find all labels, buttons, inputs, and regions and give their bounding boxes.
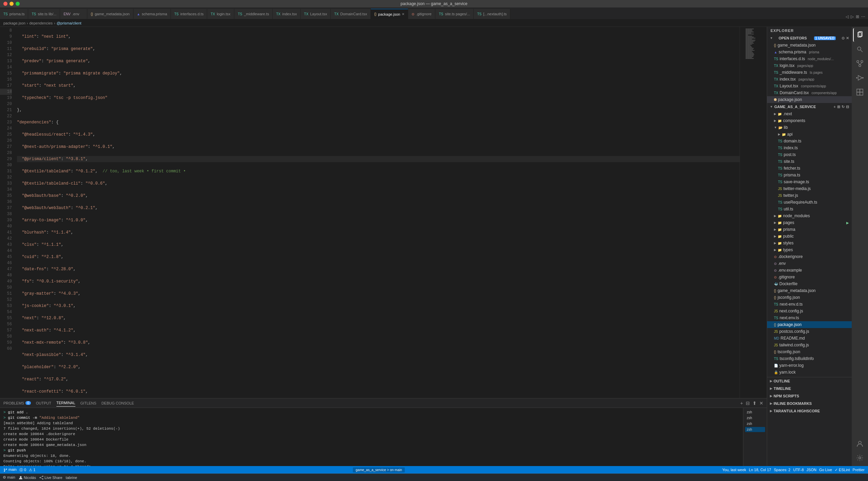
more-actions[interactable]: ⋯ bbox=[861, 14, 865, 19]
file-yarn-lock[interactable]: 🔒 yarn.lock bbox=[767, 369, 852, 376]
file-env-example[interactable]: ⊙ .env.example bbox=[767, 267, 852, 274]
refresh-icon[interactable]: ↻ bbox=[842, 105, 845, 109]
file-fetcher-ts[interactable]: TS fetcher.ts bbox=[767, 165, 852, 172]
breadcrumb-part-1[interactable]: package.json bbox=[3, 21, 25, 25]
code-text[interactable]: "lint": "next lint", "prebuild": "prisma… bbox=[15, 27, 740, 398]
close-button[interactable] bbox=[3, 2, 7, 6]
live-share-label[interactable]: Live Share bbox=[39, 476, 62, 480]
save-all-icon[interactable]: ⊙ bbox=[842, 36, 845, 40]
folder-prisma[interactable]: ▶ 📁 prisma bbox=[767, 226, 852, 233]
add-terminal-icon[interactable]: + bbox=[740, 400, 743, 406]
activity-extensions[interactable] bbox=[853, 85, 867, 99]
breadcrumb-part-2[interactable]: dependencies bbox=[30, 21, 53, 25]
editor-nav-forward[interactable]: ▷ bbox=[851, 14, 854, 19]
terminal-status[interactable]: game_as_a_service > on main bbox=[353, 467, 404, 473]
eslint-status[interactable]: ✓ ESLint bbox=[835, 468, 850, 472]
file-prisma-ts[interactable]: TS prisma.ts bbox=[767, 172, 852, 178]
file-jsconfig-json[interactable]: {} jsconfig.json bbox=[767, 294, 852, 301]
branch-label[interactable]: ⚙ main bbox=[3, 475, 15, 480]
folder-styles[interactable]: ▶ 📁 styles bbox=[767, 240, 852, 246]
file-index-ts[interactable]: TS index.ts bbox=[767, 144, 852, 151]
activity-explorer[interactable] bbox=[853, 28, 867, 42]
tarantula-highscore-header[interactable]: ▶ TARANTULA HIGHSCORE bbox=[767, 407, 852, 415]
file-env[interactable]: ⊙ .env bbox=[767, 260, 852, 267]
tab-close-icon[interactable]: ✕ bbox=[402, 12, 404, 16]
close-panel-icon[interactable]: ✕ bbox=[759, 400, 763, 406]
open-editor-layout[interactable]: TX Layout.tsx components/app bbox=[767, 83, 852, 89]
file-util-ts[interactable]: TS util.ts bbox=[767, 206, 852, 212]
panel-tab-debug[interactable]: DEBUG CONSOLE bbox=[102, 400, 134, 407]
editor-nav-back[interactable]: ◁ bbox=[846, 14, 849, 19]
language-mode[interactable]: JSON bbox=[807, 468, 816, 472]
tab-interfaces[interactable]: TS interfaces.d.ts bbox=[171, 9, 207, 19]
panel-tab-gitlens[interactable]: GITLENS bbox=[80, 400, 96, 407]
go-live[interactable]: Go Live bbox=[819, 468, 832, 472]
terminal-session-1[interactable]: zsh bbox=[745, 410, 765, 415]
file-gitignore[interactable]: ⊙ .gitignore bbox=[767, 274, 852, 280]
git-branch-status[interactable]: main bbox=[3, 467, 17, 472]
new-folder-icon[interactable]: ⊞ bbox=[837, 105, 840, 109]
terminal-session-4[interactable]: zsh bbox=[745, 427, 765, 432]
file-yarn-error-log[interactable]: 📄 yarn-error.log bbox=[767, 362, 852, 369]
split-terminal-icon[interactable]: ⊟ bbox=[746, 400, 750, 406]
file-tsconfig-json[interactable]: {} tsconfig.json bbox=[767, 348, 852, 355]
minimize-button[interactable] bbox=[10, 2, 14, 6]
folder-lib[interactable]: ▼ 📂 lib bbox=[767, 124, 852, 131]
file-domain-ts[interactable]: TS domain.ts bbox=[767, 138, 852, 144]
file-save-image-ts[interactable]: TS save-image.ts bbox=[767, 178, 852, 185]
breadcrumb-part-3[interactable]: @prisma/client bbox=[57, 21, 82, 25]
tab-prisma-ts[interactable]: TS prisma.ts bbox=[0, 9, 28, 19]
file-tailwind-config[interactable]: JS tailwind.config.js bbox=[767, 342, 852, 348]
panel-tab-terminal[interactable]: TERMINAL bbox=[56, 399, 75, 407]
maximize-button[interactable] bbox=[16, 2, 20, 6]
collapse-all-icon[interactable]: ⊟ bbox=[846, 105, 849, 109]
outline-header[interactable]: ▶ OUTLINE bbox=[767, 377, 852, 385]
tab-layout[interactable]: TX Layout.tsx bbox=[301, 9, 331, 19]
folder-types[interactable]: ▶ 📁 types bbox=[767, 246, 852, 253]
project-header[interactable]: ▼ GAME_AS_A_SERVICE + ⊞ ↻ ⊟ bbox=[767, 103, 852, 110]
file-next-config-js[interactable]: JS next.config.js bbox=[767, 308, 852, 314]
tab-game-metadata[interactable]: {} game_metadata.json bbox=[87, 9, 133, 19]
activity-source-control[interactable] bbox=[853, 57, 867, 70]
open-editors-header[interactable]: ▼ OPEN EDITORS 1 UNSAVED ⊙ ✕ bbox=[767, 34, 852, 42]
activity-search[interactable] bbox=[853, 42, 867, 56]
file-site-ts[interactable]: TS site.ts bbox=[767, 158, 852, 165]
folder-api[interactable]: ▶ 📁 api bbox=[767, 131, 852, 138]
encoding[interactable]: UTF-8 bbox=[793, 468, 804, 472]
inline-bookmarks-header[interactable]: ▶ INLINE BOOKMARKS bbox=[767, 400, 852, 407]
terminal-content[interactable]: > git add . > git commit -m "Adding tabl… bbox=[0, 408, 743, 466]
tab-schema-prisma[interactable]: ▲ schema.prisma bbox=[133, 9, 171, 19]
user-label[interactable]: Nicolás bbox=[19, 476, 36, 480]
close-all-icon[interactable]: ✕ bbox=[846, 36, 849, 40]
folder-node-modules[interactable]: ▶ 📁 node_modules bbox=[767, 212, 852, 219]
file-dockerignore[interactable]: ⊙ .dockerignore bbox=[767, 253, 852, 260]
tab-index[interactable]: TX index.tsx bbox=[273, 9, 301, 19]
open-editor-middleware[interactable]: TS _middleware.ts ts pages bbox=[767, 69, 852, 76]
open-editor-schema-prisma[interactable]: ▲ schema.prisma prisma bbox=[767, 49, 852, 55]
folder-components[interactable]: ▶ 📁 components bbox=[767, 117, 852, 124]
cursor-position[interactable]: Ln 18, Col 17 bbox=[749, 468, 771, 472]
maximize-panel-icon[interactable]: ⬆ bbox=[753, 400, 757, 406]
file-package-json[interactable]: {} package.json bbox=[767, 321, 852, 328]
panel-tab-output[interactable]: OUTPUT bbox=[36, 400, 51, 407]
tab-nextauth[interactable]: TS [...nextauth].ts bbox=[474, 9, 510, 19]
git-blame-status[interactable]: You, last week bbox=[722, 468, 746, 472]
open-editor-index[interactable]: TX index.tsx pages/app bbox=[767, 76, 852, 83]
panel-tab-problems[interactable]: PROBLEMS 0 bbox=[3, 400, 31, 407]
folder-public[interactable]: ▶ 📁 public bbox=[767, 233, 852, 240]
file-twitter-media-js[interactable]: JS twitter-media.js bbox=[767, 185, 852, 192]
tab-site-ts[interactable]: TS site.ts lib/... bbox=[28, 9, 60, 19]
sync-status[interactable]: ⓪ 0 bbox=[19, 467, 26, 473]
tab-domaincard[interactable]: TX DomainCard.tsx bbox=[331, 9, 371, 19]
tab-env[interactable]: ENV .env bbox=[60, 9, 87, 19]
file-tsconfig-tsbuildinfo[interactable]: TS tsconfig.tsBuildInfo bbox=[767, 355, 852, 362]
terminal-session-3[interactable]: zsh bbox=[745, 421, 765, 426]
tab-login[interactable]: TX login.tsx bbox=[207, 9, 234, 19]
split-editor[interactable]: ⊞ bbox=[856, 14, 859, 19]
open-editor-package-json[interactable]: package.json bbox=[767, 96, 852, 103]
npm-scripts-header[interactable]: ▶ NPM SCRIPTS bbox=[767, 392, 852, 400]
tab-site-ts-pages[interactable]: TS site.ts pages/... bbox=[435, 9, 474, 19]
tabrine-label[interactable]: tabrine bbox=[66, 476, 77, 480]
activity-accounts[interactable] bbox=[853, 437, 867, 450]
warning-status[interactable]: ⚠ 1 bbox=[29, 468, 35, 472]
